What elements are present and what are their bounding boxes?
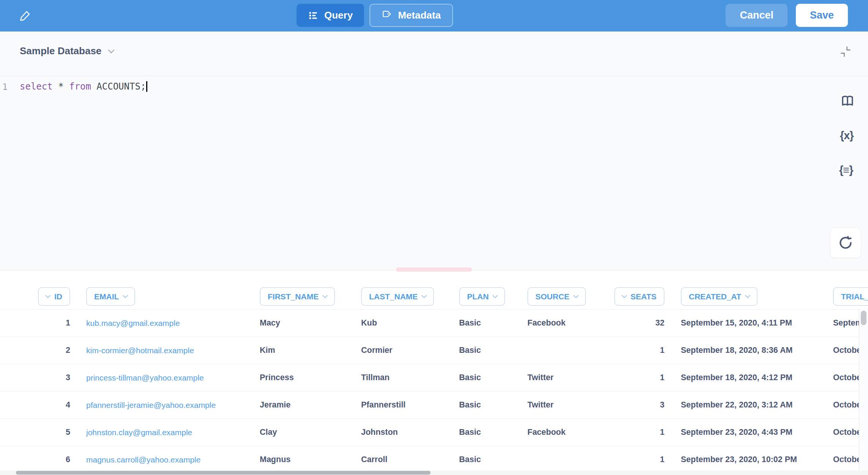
cell-id[interactable]: 4 bbox=[23, 400, 70, 410]
cell-plan[interactable]: Basic bbox=[459, 318, 527, 328]
collapse-editor-icon[interactable] bbox=[839, 45, 852, 58]
cell-first-name[interactable]: Princess bbox=[260, 373, 361, 382]
chevron-down-icon bbox=[123, 293, 128, 298]
save-button[interactable]: Save bbox=[796, 4, 848, 27]
cell-last-name[interactable]: Carroll bbox=[361, 455, 459, 464]
cell-email[interactable]: kub.macy@gmail.example bbox=[86, 319, 260, 328]
resize-handle[interactable] bbox=[396, 267, 472, 272]
cell-source[interactable]: Facebook bbox=[527, 318, 611, 328]
column-label: SOURCE bbox=[535, 292, 570, 301]
cell-first-name[interactable]: Magnus bbox=[260, 455, 361, 464]
cell-id[interactable]: 5 bbox=[23, 428, 70, 437]
variables-icon[interactable]: {x} bbox=[840, 129, 854, 142]
column-header-seats[interactable]: SEATS bbox=[614, 287, 664, 306]
chevron-down-icon bbox=[573, 293, 579, 298]
cell-email[interactable]: johnston.clay@gmail.example bbox=[86, 428, 260, 437]
column-label: PLAN bbox=[467, 292, 489, 301]
database-picker-label: Sample Database bbox=[20, 45, 101, 57]
cell-plan[interactable]: Basic bbox=[459, 428, 527, 437]
cell-first-name[interactable]: Jeramie bbox=[260, 400, 361, 410]
chevron-down-icon bbox=[45, 293, 51, 298]
cell-id[interactable]: 3 bbox=[23, 373, 70, 382]
tab-query[interactable]: Query bbox=[297, 4, 364, 27]
cell-created-at[interactable]: September 18, 2020, 4:12 PM bbox=[681, 373, 816, 382]
chevron-down-icon bbox=[492, 293, 498, 298]
cell-id[interactable]: 6 bbox=[23, 455, 70, 464]
cell-created-at[interactable]: September 18, 2020, 8:36 AM bbox=[681, 346, 816, 355]
table-row: 4 pfannerstill-jeramie@yahoo.example Jer… bbox=[0, 392, 868, 419]
database-picker[interactable]: Sample Database bbox=[20, 45, 114, 57]
column-header-source[interactable]: SOURCE bbox=[527, 287, 586, 306]
cell-email[interactable]: kim-cormier@hotmail.example bbox=[86, 346, 260, 355]
run-query-button[interactable] bbox=[830, 228, 861, 258]
cell-seats[interactable]: 3 bbox=[611, 400, 664, 410]
column-header-created-at[interactable]: CREATED_AT bbox=[681, 287, 758, 306]
cell-email[interactable]: princess-tillman@yahoo.example bbox=[86, 373, 260, 382]
cell-created-at[interactable]: September 22, 2020, 3:12 AM bbox=[681, 400, 816, 410]
chevron-down-icon bbox=[108, 47, 115, 53]
cell-first-name[interactable]: Clay bbox=[260, 428, 361, 437]
column-header-first-name[interactable]: FIRST_NAME bbox=[260, 287, 335, 306]
tab-metadata[interactable]: Metadata bbox=[369, 4, 453, 27]
cell-email[interactable]: pfannerstill-jeramie@yahoo.example bbox=[86, 401, 260, 410]
metadata-tag-icon bbox=[382, 10, 392, 21]
table-row: 6 magnus.carroll@yahoo.example Magnus Ca… bbox=[0, 446, 868, 470]
sql-table-name: ACCOUNTS; bbox=[91, 81, 146, 92]
cell-source[interactable]: Facebook bbox=[527, 428, 611, 437]
snippets-icon[interactable]: {≡} bbox=[839, 164, 853, 176]
cell-last-name[interactable]: Cormier bbox=[361, 346, 459, 355]
cell-source[interactable]: Twitter bbox=[527, 400, 611, 410]
table-row: 1 kub.macy@gmail.example Macy Kub Basic … bbox=[0, 310, 868, 337]
cell-last-name[interactable]: Johnston bbox=[361, 428, 459, 437]
cell-seats[interactable]: 1 bbox=[611, 373, 664, 382]
sql-code-input[interactable]: select * from ACCOUNTS; bbox=[20, 81, 147, 102]
column-header-id[interactable]: ID bbox=[38, 287, 70, 306]
column-label: ID bbox=[54, 292, 62, 301]
cell-plan[interactable]: Basic bbox=[459, 346, 527, 355]
topbar-actions: Cancel Save bbox=[726, 4, 848, 27]
cell-last-name[interactable]: Pfannerstill bbox=[361, 400, 459, 410]
column-header-last-name[interactable]: LAST_NAME bbox=[361, 287, 434, 306]
cell-plan[interactable]: Basic bbox=[459, 400, 527, 410]
column-header-email[interactable]: EMAIL bbox=[86, 287, 135, 306]
sql-star: * bbox=[58, 81, 69, 92]
cell-email[interactable]: magnus.carroll@yahoo.example bbox=[86, 455, 260, 464]
cell-created-at[interactable]: September 23, 2020, 10:02 PM bbox=[681, 455, 816, 464]
cell-plan[interactable]: Basic bbox=[459, 373, 527, 382]
cell-created-at[interactable]: September 15, 2020, 4:11 PM bbox=[681, 318, 816, 328]
cell-created-at[interactable]: September 23, 2020, 4:43 PM bbox=[681, 428, 816, 437]
vertical-scrollbar-thumb[interactable] bbox=[861, 311, 866, 325]
top-nav-bar: Query Metadata Cancel Save bbox=[0, 0, 868, 31]
refresh-icon bbox=[838, 235, 853, 250]
column-label: FIRST_NAME bbox=[268, 292, 319, 301]
data-reference-book-icon[interactable] bbox=[841, 94, 854, 108]
cell-id[interactable]: 1 bbox=[23, 318, 70, 328]
table-row: 5 johnston.clay@gmail.example Clay Johns… bbox=[0, 419, 868, 446]
column-header-plan[interactable]: PLAN bbox=[459, 287, 505, 306]
table-body: 1 kub.macy@gmail.example Macy Kub Basic … bbox=[0, 310, 868, 470]
cell-source[interactable]: Twitter bbox=[527, 373, 611, 382]
cell-first-name[interactable]: Macy bbox=[260, 318, 361, 328]
cancel-button[interactable]: Cancel bbox=[726, 4, 788, 27]
sql-editor-panel: Sample Database 1 select * from ACCOUNTS… bbox=[0, 31, 868, 271]
cell-plan[interactable]: Basic bbox=[459, 455, 527, 464]
horizontal-scrollbar-thumb[interactable] bbox=[16, 471, 431, 475]
cell-seats[interactable]: 1 bbox=[611, 455, 664, 464]
column-label: LAST_NAME bbox=[369, 292, 418, 301]
editor-tab-group: Query Metadata bbox=[297, 4, 453, 27]
cell-last-name[interactable]: Tillman bbox=[361, 373, 459, 382]
cell-last-name[interactable]: Kub bbox=[361, 318, 459, 328]
cell-seats[interactable]: 1 bbox=[611, 346, 664, 355]
sql-keyword-select: select bbox=[20, 81, 58, 92]
cell-seats[interactable]: 32 bbox=[611, 318, 664, 328]
line-number: 1 bbox=[2, 82, 8, 92]
pencil-icon[interactable] bbox=[19, 9, 32, 22]
vertical-scrollbar[interactable] bbox=[859, 309, 868, 470]
cell-seats[interactable]: 1 bbox=[611, 428, 664, 437]
column-label: SEATS bbox=[631, 292, 657, 301]
cell-id[interactable]: 2 bbox=[23, 346, 70, 355]
editor-top-divider bbox=[0, 76, 868, 76]
horizontal-scrollbar[interactable] bbox=[0, 470, 868, 475]
column-header-trial-ends[interactable]: TRIAL_E bbox=[833, 287, 868, 306]
cell-first-name[interactable]: Kim bbox=[260, 346, 361, 355]
